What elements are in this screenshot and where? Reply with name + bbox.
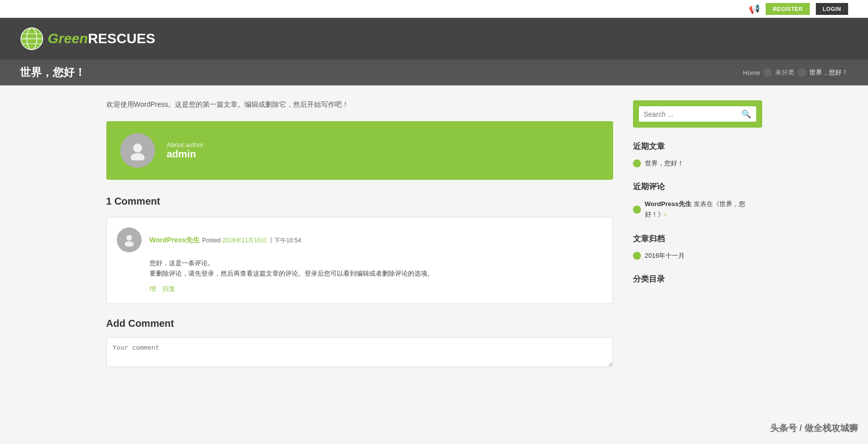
- reply-link[interactable]: 回复: [162, 285, 175, 293]
- svg-point-9: [124, 241, 133, 247]
- add-comment-heading: Add Comment: [106, 318, 613, 329]
- categories-title: 分类目录: [633, 274, 762, 285]
- recent-commenter-name: WordPress先生: [645, 200, 692, 208]
- comment-textarea[interactable]: [106, 337, 613, 367]
- like-link[interactable]: 憎: [150, 285, 156, 293]
- archive-link[interactable]: 2016年十一月: [645, 251, 685, 260]
- recent-comments-title: 近期评论: [633, 182, 762, 192]
- posted-label: Posted: [202, 237, 221, 244]
- svg-point-7: [131, 153, 145, 160]
- search-inner: 🔍: [639, 106, 756, 122]
- top-bar-icons: 📢 REGISTER LOGIN: [749, 3, 848, 15]
- comment-line2: 要删除评论，请先登录，然后再查看这篇文章的评论。登录后您可以看到编辑或者删除评论…: [150, 269, 603, 279]
- page-heading: 世界，您好！: [20, 66, 85, 78]
- author-avatar: [120, 133, 155, 168]
- about-author-label: About author: [167, 141, 204, 148]
- register-button[interactable]: REGISTER: [766, 3, 809, 15]
- author-name: admin: [167, 148, 204, 160]
- search-widget: 🔍: [633, 100, 762, 128]
- nav-sep-2: [797, 68, 806, 77]
- author-box: About author admin: [106, 121, 613, 180]
- recent-comment-item: WordPress先生 发表在《世界，您好！》›: [633, 199, 762, 220]
- recent-posts-title: 近期文章: [633, 142, 762, 152]
- comments-heading: 1 Comment: [106, 196, 613, 207]
- comment-author-name[interactable]: WordPress先生: [150, 236, 200, 244]
- comment-meta: WordPress先生 Posted 2016年11月16日 丨下午10:54: [150, 235, 603, 245]
- archives-title: 文章归档: [633, 234, 762, 244]
- recent-comments-section: 近期评论 WordPress先生 发表在《世界，您好！》›: [633, 182, 762, 220]
- svg-point-8: [126, 235, 132, 240]
- comment-header: WordPress先生 Posted 2016年11月16日 丨下午10:54: [117, 227, 603, 252]
- comment-avatar: [117, 227, 142, 252]
- sidebar: 🔍 近期文章 世界，您好！ 近期评论 WordPress先生 发表在《世界，您好…: [633, 100, 762, 369]
- search-icon[interactable]: 🔍: [741, 109, 751, 119]
- content-area: 欢迎使用WordPress。这是您的第一篇文章。编辑或删除它，然后开始写作吧！ …: [106, 100, 613, 369]
- intro-text: 欢迎使用WordPress。这是您的第一篇文章。编辑或删除它，然后开始写作吧！: [106, 100, 613, 109]
- sidebar-dot-icon: [633, 159, 641, 167]
- comment-time: 丨下午10:54: [268, 237, 301, 244]
- arrow-right-icon: ›: [664, 211, 666, 218]
- home-nav-link[interactable]: Home: [743, 69, 760, 76]
- category-nav-link[interactable]: 未分类: [775, 68, 794, 77]
- top-bar: 📢 REGISTER LOGIN: [0, 0, 868, 18]
- main-wrapper: 欢迎使用WordPress。这是您的第一篇文章。编辑或删除它，然后开始写作吧！ …: [86, 85, 782, 384]
- archive-item: 2016年十一月: [633, 251, 762, 260]
- comment-box: WordPress先生 Posted 2016年11月16日 丨下午10:54 …: [106, 217, 613, 304]
- archives-section: 文章归档 2016年十一月: [633, 234, 762, 260]
- current-page-label: 世界，您好！: [809, 68, 848, 77]
- recent-post-item: 世界，您好！: [633, 159, 762, 168]
- svg-point-6: [133, 144, 142, 152]
- comment-actions: 憎 回复: [150, 284, 603, 294]
- recent-post-link[interactable]: 世界，您好！: [645, 159, 684, 168]
- sidebar-archive-dot-icon: [633, 252, 641, 260]
- recent-posts-section: 近期文章 世界，您好！: [633, 142, 762, 168]
- globe-icon: [20, 27, 44, 51]
- search-input[interactable]: [644, 110, 741, 118]
- nav-sep-1: [763, 68, 772, 77]
- logo-bar: GreenRESCUES: [0, 18, 868, 60]
- speaker-icon: 📢: [749, 3, 760, 14]
- logo-text: GreenRESCUES: [48, 31, 155, 47]
- categories-section: 分类目录: [633, 274, 762, 285]
- comment-line1: 您好，这是一条评论。: [150, 258, 603, 269]
- commenter-avatar-icon: [122, 233, 136, 247]
- comment-body: 您好，这是一条评论。 要删除评论，请先登录，然后再查看这篇文章的评论。登录后您可…: [150, 258, 603, 279]
- nav-bar: 世界，您好！ Home 未分类 世界，您好！: [0, 60, 868, 85]
- logo[interactable]: GreenRESCUES: [20, 27, 155, 51]
- author-info: About author admin: [167, 141, 204, 160]
- recent-comment-text: WordPress先生 发表在《世界，您好！》›: [645, 199, 762, 220]
- sidebar-comment-dot-icon: [633, 206, 641, 214]
- comment-posted-text: Posted 2016年11月16日 丨下午10:54: [202, 237, 301, 244]
- comment-date: 2016年11月16日: [222, 237, 266, 244]
- breadcrumb: Home 未分类 世界，您好！: [743, 68, 848, 77]
- avatar-icon: [128, 141, 148, 160]
- nav-bar-left: 世界，您好！: [20, 65, 743, 80]
- login-button[interactable]: LOGIN: [816, 3, 848, 15]
